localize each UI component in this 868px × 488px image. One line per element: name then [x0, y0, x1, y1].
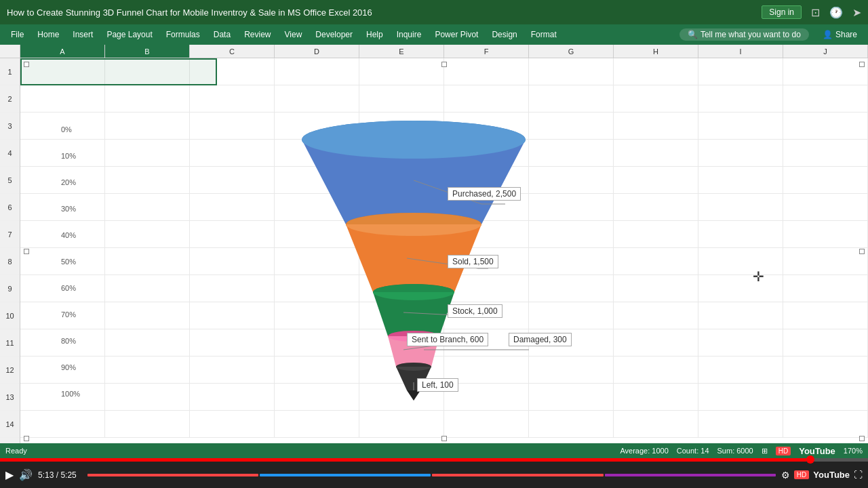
- menu-data[interactable]: Data: [207, 27, 237, 42]
- cell-c1[interactable]: [190, 58, 275, 85]
- volume-button[interactable]: 🔊: [19, 468, 33, 481]
- row-11[interactable]: 11: [0, 329, 20, 357]
- spreadsheet: 1 2 3 4 5 6 7 8 9 10 11 12 13 14: [0, 58, 868, 445]
- tell-me-label: Tell me what you want to do: [701, 30, 801, 39]
- row-1[interactable]: 1: [0, 58, 20, 85]
- col-header-g[interactable]: G: [529, 45, 614, 58]
- col-header-h[interactable]: H: [614, 45, 698, 58]
- chapter-2[interactable]: [260, 474, 431, 476]
- handle-bc[interactable]: [441, 436, 447, 441]
- row-7[interactable]: 7: [0, 221, 20, 248]
- axis-80: 80%: [61, 327, 80, 354]
- share-icon[interactable]: ➤: [852, 6, 861, 19]
- handle-br[interactable]: [859, 436, 865, 441]
- tell-me-input[interactable]: 🔍 Tell me what you want to do: [679, 28, 809, 41]
- col-header-i[interactable]: I: [698, 45, 783, 58]
- cell-i1[interactable]: [698, 58, 783, 85]
- col-header-d[interactable]: D: [275, 45, 359, 58]
- svg-marker-15: [407, 390, 420, 401]
- cell-a2[interactable]: [20, 85, 105, 113]
- column-headers: A B C D E F G H I J: [0, 45, 868, 58]
- menu-design[interactable]: Design: [485, 27, 524, 42]
- row-9[interactable]: 9: [0, 275, 20, 302]
- axis-60: 60%: [61, 274, 80, 301]
- cell-j1[interactable]: [783, 58, 868, 85]
- menu-inquire[interactable]: Inquire: [390, 27, 429, 42]
- chapter-1[interactable]: [87, 474, 258, 476]
- menu-developer[interactable]: Developer: [309, 27, 359, 42]
- menu-page-layout[interactable]: Page Layout: [100, 27, 159, 42]
- menu-format[interactable]: Format: [524, 27, 564, 42]
- cell-f1[interactable]: [444, 58, 529, 85]
- handle-bl[interactable]: [24, 436, 29, 441]
- row-13[interactable]: 13: [0, 384, 20, 411]
- status-right: Average: 1000 Count: 14 Sum: 6000 ⊞ HD Y…: [620, 446, 863, 456]
- row-2[interactable]: 2: [0, 85, 20, 113]
- menu-bar: File Home Insert Page Layout Formulas Da…: [0, 24, 868, 45]
- average-label: Average: 1000: [620, 447, 668, 455]
- cell-g1[interactable]: [529, 58, 614, 85]
- col-header-j[interactable]: J: [783, 45, 868, 58]
- video-controls: ▶ 🔊 5:13 / 5:25 ⚙ HD YouTube ⛶: [0, 458, 868, 488]
- controls-row: ▶ 🔊 5:13 / 5:25 ⚙ HD YouTube ⛶: [0, 462, 868, 488]
- menu-view[interactable]: View: [278, 27, 309, 42]
- settings-icon[interactable]: ⚙: [781, 470, 790, 481]
- cell-e1[interactable]: [359, 58, 444, 85]
- handle-mr[interactable]: [859, 249, 865, 254]
- fullscreen-button[interactable]: ⛶: [854, 470, 863, 480]
- cell-a1[interactable]: [20, 58, 105, 85]
- handle-tr[interactable]: [859, 62, 865, 67]
- screen-icon[interactable]: ⊡: [811, 6, 820, 19]
- axis-30: 30%: [61, 195, 80, 222]
- play-button[interactable]: ▶: [5, 468, 14, 481]
- status-bar: Ready Average: 1000 Count: 14 Sum: 6000 …: [0, 443, 868, 458]
- vc-right: ⚙ HD YouTube ⛶: [781, 470, 863, 481]
- progress-fill: [0, 458, 806, 462]
- cell-d1[interactable]: [275, 58, 359, 85]
- menu-review[interactable]: Review: [237, 27, 277, 42]
- grid-icon[interactable]: ⊞: [762, 447, 768, 455]
- cell-h1[interactable]: [614, 58, 698, 85]
- cell-b1[interactable]: [105, 58, 190, 85]
- yt-logo: YouTube: [813, 470, 850, 480]
- menu-home[interactable]: Home: [31, 27, 66, 42]
- menu-power-pivot[interactable]: Power Pivot: [428, 27, 485, 42]
- menu-help[interactable]: Help: [359, 27, 390, 42]
- total-time: 5:25: [60, 470, 76, 480]
- axis-10: 10%: [61, 142, 80, 169]
- row-4[interactable]: 4: [0, 140, 20, 167]
- menu-insert[interactable]: Insert: [66, 27, 100, 42]
- funnel-chart[interactable]: Purchased, 2,500 Sold, 1,500 Stock, 1,00…: [271, 99, 610, 431]
- row-6[interactable]: 6: [0, 194, 20, 221]
- menu-file[interactable]: File: [4, 27, 31, 42]
- row-14[interactable]: 14: [0, 411, 20, 438]
- clock-icon[interactable]: 🕐: [829, 6, 843, 19]
- window-title: How to Create Stunning 3D Funnel Chart f…: [7, 7, 762, 18]
- chapter-3[interactable]: [432, 474, 603, 476]
- row-5[interactable]: 5: [0, 167, 20, 194]
- handle-tc[interactable]: [441, 62, 447, 67]
- col-header-f[interactable]: F: [444, 45, 529, 58]
- row-10[interactable]: 10: [0, 302, 20, 329]
- row-3[interactable]: 3: [0, 113, 20, 140]
- progress-bar[interactable]: [0, 458, 868, 462]
- cells-area[interactable]: 0% 10% 20% 30% 40% 50% 60% 70% 80% 90% 1…: [20, 58, 868, 445]
- handle-tl[interactable]: [24, 62, 29, 67]
- svg-point-16: [396, 363, 431, 371]
- col-header-e[interactable]: E: [359, 45, 444, 58]
- grid-area: 1 2 3 4 5 6 7 8 9 10 11 12 13 14: [0, 58, 868, 445]
- chapter-tabs: [87, 474, 776, 476]
- share-button[interactable]: 👤 Share: [816, 28, 864, 41]
- sign-in-button[interactable]: Sign in: [762, 5, 802, 19]
- col-header-c[interactable]: C: [190, 45, 275, 58]
- col-header-a[interactable]: A: [20, 45, 105, 58]
- handle-ml[interactable]: [24, 249, 29, 254]
- row-12[interactable]: 12: [0, 357, 20, 384]
- youtube-logo[interactable]: YouTube: [799, 446, 835, 456]
- axis-70: 70%: [61, 301, 80, 327]
- col-header-b[interactable]: B: [105, 45, 190, 58]
- menu-formulas[interactable]: Formulas: [159, 27, 207, 42]
- chapter-4[interactable]: [605, 474, 776, 476]
- axis-0: 0%: [61, 116, 80, 142]
- row-8[interactable]: 8: [0, 248, 20, 275]
